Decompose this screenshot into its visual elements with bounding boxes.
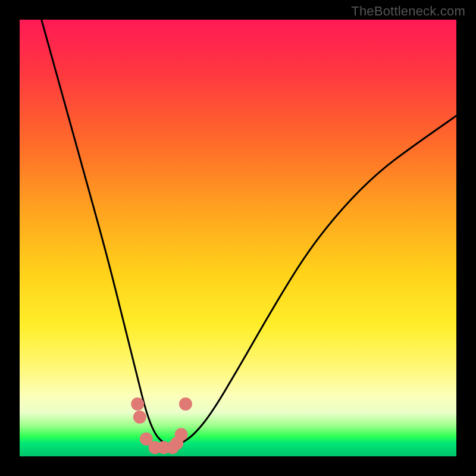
bottleneck-curve [42, 20, 456, 446]
plot-area [20, 20, 456, 456]
highlight-dot [140, 433, 153, 446]
watermark-text: TheBottleneck.com [351, 4, 465, 19]
highlight-dot [170, 437, 183, 450]
highlight-dot [157, 441, 170, 454]
highlight-dot [149, 441, 162, 454]
chart-svg [20, 20, 456, 456]
highlight-dot [175, 428, 188, 441]
highlight-dot [133, 411, 146, 424]
chart-frame: TheBottleneck.com [0, 0, 476, 476]
highlight-dots [131, 397, 192, 454]
highlight-dot [166, 441, 179, 454]
highlight-dot [179, 397, 192, 411]
highlight-dot [131, 397, 144, 411]
